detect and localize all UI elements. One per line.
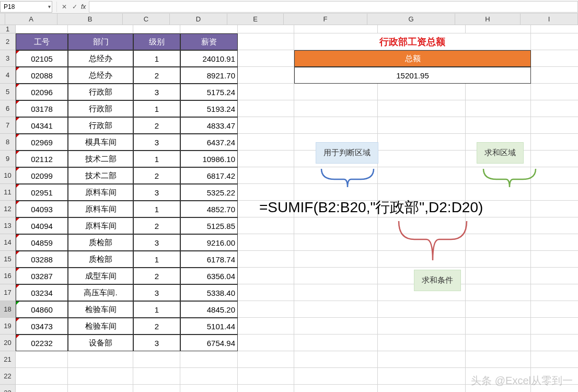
cell-B6[interactable]: 行政部 (68, 100, 133, 117)
cell-E1[interactable] (238, 25, 294, 33)
cell-I8[interactable] (531, 134, 578, 151)
cell-G22[interactable] (378, 368, 466, 385)
cell-F16[interactable] (294, 268, 378, 284)
cell-I13[interactable] (531, 217, 578, 234)
row-header-17[interactable]: 17 (0, 284, 16, 301)
cell-B10[interactable]: 技术二部 (68, 167, 133, 184)
cell-H18[interactable] (466, 301, 531, 318)
cell-B8[interactable]: 模具车间 (68, 134, 133, 151)
name-box-dropdown-icon[interactable]: ▾ (48, 4, 51, 9)
cell-C19[interactable]: 2 (133, 318, 180, 335)
cell-E22[interactable] (238, 368, 294, 385)
cell-B21[interactable] (68, 351, 133, 368)
cell-D11[interactable]: 5325.22 (180, 184, 238, 201)
cell-C18[interactable]: 1 (133, 301, 180, 318)
cell-D10[interactable]: 6817.42 (180, 167, 238, 184)
cell-I14[interactable] (531, 234, 578, 251)
cell-C4[interactable]: 2 (133, 67, 180, 84)
cell-G23[interactable] (378, 385, 466, 392)
cell-C20[interactable]: 3 (133, 335, 180, 351)
row-header-16[interactable]: 16 (0, 268, 16, 284)
cell-B22[interactable] (68, 368, 133, 385)
cell-E10[interactable] (238, 167, 294, 184)
cell-C6[interactable]: 1 (133, 100, 180, 117)
select-all-corner[interactable] (0, 14, 5, 25)
cell-H6[interactable] (466, 100, 531, 117)
cell-C23[interactable] (133, 385, 180, 392)
fx-icon[interactable]: fx (81, 3, 86, 10)
cell-A15[interactable]: 03288 (16, 251, 68, 268)
cell-F2[interactable]: 行政部工资总额 (294, 33, 531, 50)
column-header-E[interactable]: E (227, 14, 284, 25)
cell-D3[interactable]: 24010.91 (180, 50, 238, 67)
cell-A4[interactable]: 02088 (16, 67, 68, 84)
cell-E8[interactable] (238, 134, 294, 151)
cell-C15[interactable]: 1 (133, 251, 180, 268)
cell-A6[interactable]: 03178 (16, 100, 68, 117)
cell-F23[interactable] (294, 385, 378, 392)
cell-B2[interactable]: 部门 (68, 33, 133, 50)
cell-B14[interactable]: 质检部 (68, 234, 133, 251)
row-header-4[interactable]: 4 (0, 67, 16, 84)
cell-A21[interactable] (16, 351, 68, 368)
cell-I20[interactable] (531, 335, 578, 351)
cell-C3[interactable]: 1 (133, 50, 180, 67)
cell-D5[interactable]: 5175.24 (180, 84, 238, 100)
row-header-13[interactable]: 13 (0, 217, 16, 234)
cell-D12[interactable]: 4852.70 (180, 201, 238, 217)
cell-G20[interactable] (378, 335, 466, 351)
cell-B3[interactable]: 总经办 (68, 50, 133, 67)
cell-B23[interactable] (68, 385, 133, 392)
cell-F20[interactable] (294, 335, 378, 351)
column-header-D[interactable]: D (170, 14, 227, 25)
cell-H21[interactable] (466, 351, 531, 368)
cell-B7[interactable]: 行政部 (68, 117, 133, 134)
cell-A16[interactable]: 03287 (16, 268, 68, 284)
cell-A23[interactable] (16, 385, 68, 392)
cell-H15[interactable] (466, 251, 531, 268)
cell-G1[interactable] (378, 25, 466, 33)
row-header-20[interactable]: 20 (0, 335, 16, 351)
cell-A10[interactable]: 02099 (16, 167, 68, 184)
cell-D18[interactable]: 4845.20 (180, 301, 238, 318)
cell-C11[interactable]: 3 (133, 184, 180, 201)
cell-D9[interactable]: 10986.10 (180, 151, 238, 167)
cell-A18[interactable]: 04860 (16, 301, 68, 318)
row-header-3[interactable]: 3 (0, 50, 16, 67)
row-header-18[interactable]: 18 (0, 301, 16, 318)
cell-A3[interactable]: 02105 (16, 50, 68, 67)
cell-G21[interactable] (378, 351, 466, 368)
cell-A19[interactable]: 03473 (16, 318, 68, 335)
cell-A22[interactable] (16, 368, 68, 385)
cell-E14[interactable] (238, 234, 294, 251)
cell-B9[interactable]: 技术二部 (68, 151, 133, 167)
column-header-H[interactable]: H (455, 14, 521, 25)
cell-B5[interactable]: 行政部 (68, 84, 133, 100)
cell-A7[interactable]: 04341 (16, 117, 68, 134)
cell-F21[interactable] (294, 351, 378, 368)
cell-A8[interactable]: 02969 (16, 134, 68, 151)
cell-D6[interactable]: 5193.24 (180, 100, 238, 117)
cell-H14[interactable] (466, 234, 531, 251)
row-header-7[interactable]: 7 (0, 117, 16, 134)
cell-C14[interactable]: 3 (133, 234, 180, 251)
cell-B12[interactable]: 原料车间 (68, 201, 133, 217)
cell-E16[interactable] (238, 268, 294, 284)
cell-E3[interactable] (238, 50, 294, 67)
cell-C8[interactable]: 3 (133, 134, 180, 151)
column-header-I[interactable]: I (521, 14, 578, 25)
cell-D1[interactable] (180, 25, 238, 33)
row-header-1[interactable]: 1 (0, 25, 16, 33)
cell-I3[interactable] (531, 50, 578, 67)
cell-B1[interactable] (68, 25, 133, 33)
cell-F5[interactable] (294, 84, 378, 100)
cell-H19[interactable] (466, 318, 531, 335)
cell-C21[interactable] (133, 351, 180, 368)
name-box[interactable]: P18 ▾ (0, 1, 52, 13)
cell-I7[interactable] (531, 117, 578, 134)
cell-F15[interactable] (294, 251, 378, 268)
cell-F1[interactable] (294, 25, 378, 33)
row-header-9[interactable]: 9 (0, 151, 16, 167)
cell-C2[interactable]: 级别 (133, 33, 180, 50)
cell-G10[interactable] (378, 167, 466, 184)
